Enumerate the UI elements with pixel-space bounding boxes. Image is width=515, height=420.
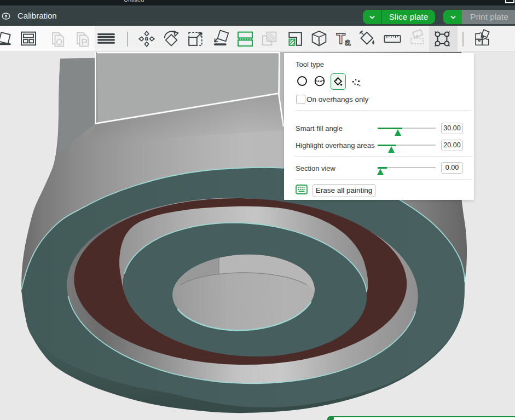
svg-text:a: a bbox=[345, 37, 351, 48]
svg-text:T: T bbox=[336, 31, 345, 47]
